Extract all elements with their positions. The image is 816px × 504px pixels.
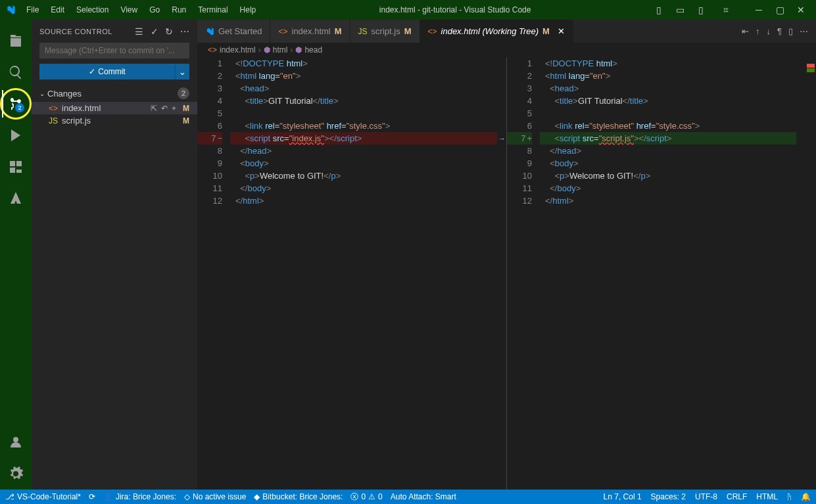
commit-button[interactable]: ✓ Commit	[39, 64, 175, 80]
menu-edit[interactable]: Edit	[45, 3, 70, 17]
commit-message-input[interactable]	[39, 43, 189, 58]
menu-file[interactable]: File	[21, 3, 44, 17]
refresh-icon[interactable]: ↻	[165, 26, 174, 37]
code-line[interactable]: <p>Welcome to GIT!</p>	[230, 170, 497, 182]
close-icon[interactable]: ✕	[791, 0, 811, 20]
search-icon[interactable]	[0, 57, 32, 88]
editor-tab[interactable]: <>index.html M	[270, 20, 350, 43]
jira-status[interactable]: 👤 Jira: Brice Jones:	[103, 492, 176, 501]
stage-icon[interactable]: +	[172, 104, 176, 113]
checkmark-icon: ✓	[89, 67, 95, 76]
code-line[interactable]: <p>Welcome to GIT!</p>	[540, 170, 796, 182]
menu-help[interactable]: Help	[235, 3, 262, 17]
editor-tab[interactable]: Get Started	[197, 20, 270, 43]
code-line[interactable]: <html lang="en">	[230, 70, 497, 82]
accounts-icon[interactable]	[0, 426, 32, 458]
scm-file-item[interactable]: <> index.html ⇱↶+M	[32, 102, 197, 114]
code-line[interactable]: <!DOCTYPE html>	[540, 57, 796, 70]
customize-layout-icon[interactable]: ⌗	[716, 0, 736, 20]
down-arrow-icon[interactable]: ↓	[767, 26, 771, 36]
code-line[interactable]: </head>	[540, 145, 796, 157]
toggle-panel-bottom-icon[interactable]: ▭	[670, 0, 690, 20]
cursor-position[interactable]: Ln 7, Col 1	[604, 492, 642, 501]
breadcrumb-item[interactable]: ⬢ head	[295, 45, 322, 55]
bitbucket-status[interactable]: ◆ Bitbucket: Brice Jones:	[254, 492, 343, 501]
maximize-icon[interactable]: ▢	[770, 0, 790, 20]
settings-gear-icon[interactable]	[0, 458, 32, 490]
code-line[interactable]: <link rel="stylesheet" href="style.css">	[230, 120, 497, 132]
extensions-icon[interactable]	[0, 151, 32, 183]
code-line[interactable]: <script src="script.js"></script>	[540, 132, 796, 145]
problems-status[interactable]: ⓧ0 ⚠0	[350, 492, 382, 503]
language-status[interactable]: HTML	[756, 492, 778, 501]
code-line[interactable]: </html>	[230, 195, 497, 207]
file-name: index.html	[62, 103, 101, 113]
encoding-status[interactable]: UTF-8	[695, 492, 717, 501]
code-line[interactable]: <head>	[230, 82, 497, 95]
branch-status[interactable]: ⎇ VS-Code-Tutorial*	[5, 492, 81, 501]
code-line[interactable]: <title>GIT Tutorial</title>	[540, 95, 796, 107]
source-control-icon[interactable]: 2	[0, 88, 32, 120]
atlassian-icon[interactable]	[0, 183, 32, 214]
indentation-status[interactable]: Spaces: 2	[651, 492, 686, 501]
view-as-tree-icon[interactable]: ☰	[135, 26, 144, 37]
diff-right-pane[interactable]: → 123456789101112 <!DOCTYPE html><html l…	[507, 57, 816, 490]
code-line[interactable]: <body>	[230, 157, 497, 170]
code-line[interactable]: </body>	[230, 182, 497, 195]
minimize-icon[interactable]: ─	[749, 0, 769, 20]
code-line[interactable]: <title>GIT Tutorial</title>	[230, 95, 497, 107]
notifications-icon[interactable]: 🔔	[801, 492, 811, 501]
scm-file-item[interactable]: JS script.js M	[32, 114, 197, 127]
code-line[interactable]: <script src="index.js"></script>	[230, 132, 497, 145]
breadcrumb-item[interactable]: <> index.html	[208, 45, 256, 55]
tabs-row: Get Started<>index.html MJSscript.js M<>…	[197, 20, 816, 43]
code-line[interactable]: </html>	[540, 195, 796, 207]
menu-terminal[interactable]: Terminal	[193, 3, 233, 17]
code-line[interactable]: <body>	[540, 157, 796, 170]
overview-ruler[interactable]	[796, 57, 816, 490]
commit-dropdown-button[interactable]: ⌄	[175, 64, 189, 80]
more-actions-icon[interactable]: ⋯	[180, 26, 190, 37]
menu-go[interactable]: Go	[144, 3, 165, 17]
run-debug-icon[interactable]	[0, 120, 32, 151]
explorer-icon[interactable]	[0, 25, 32, 57]
feedback-icon[interactable]: ᚤ	[787, 492, 792, 501]
menu-selection[interactable]: Selection	[71, 3, 114, 17]
eol-status[interactable]: CRLF	[727, 492, 747, 501]
code-line[interactable]	[540, 107, 796, 120]
diff-left-pane[interactable]: 123456789101112 <!DOCTYPE html><html lan…	[197, 57, 506, 490]
autoattach-status[interactable]: Auto Attach: Smart	[391, 492, 456, 501]
code-line[interactable]: </head>	[230, 145, 497, 157]
editor-tab[interactable]: JSscript.js M	[350, 20, 420, 43]
code-line[interactable]: <!DOCTYPE html>	[230, 57, 497, 70]
issue-icon: ◇	[184, 492, 190, 501]
warning-count: 0	[378, 492, 383, 501]
commit-checkmark-icon[interactable]: ✓	[151, 26, 159, 37]
sync-status[interactable]: ⟳	[89, 492, 95, 501]
modified-badge: M	[183, 104, 189, 113]
whitespace-icon[interactable]: ¶	[777, 26, 782, 36]
menu-run[interactable]: Run	[166, 3, 191, 17]
toggle-panel-left-icon[interactable]: ▯	[649, 0, 669, 20]
toggle-panel-right-icon[interactable]: ▯	[691, 0, 711, 20]
editor-tab[interactable]: <>index.html (Working Tree) M✕	[420, 20, 573, 43]
code-line[interactable]: </body>	[540, 182, 796, 195]
code-line[interactable]: <head>	[540, 82, 796, 95]
more-icon[interactable]: ⋯	[800, 26, 808, 36]
discard-icon[interactable]: ↶	[161, 104, 168, 113]
up-arrow-icon[interactable]: ↑	[756, 26, 760, 36]
code-line[interactable]	[230, 107, 497, 120]
close-tab-icon[interactable]: ✕	[558, 26, 565, 36]
prev-change-icon[interactable]: ⇤	[742, 26, 749, 36]
open-file-icon[interactable]: ⇱	[151, 104, 157, 113]
split-editor-icon[interactable]: ▯	[788, 26, 793, 36]
menu-view[interactable]: View	[115, 3, 143, 17]
code-line[interactable]: <html lang="en">	[540, 70, 796, 82]
code-line[interactable]: <link rel="stylesheet" href="style.css">	[540, 120, 796, 132]
breadcrumb-item[interactable]: ⬢ html	[264, 45, 288, 55]
changes-section-header[interactable]: ⌄ Changes 2	[32, 85, 197, 102]
line-number: 8	[197, 145, 222, 157]
file-icon: JS	[358, 27, 368, 36]
jira-issue-status[interactable]: ◇ No active issue	[184, 492, 246, 501]
breadcrumb[interactable]: <> index.html›⬢ html›⬢ head	[197, 43, 816, 57]
